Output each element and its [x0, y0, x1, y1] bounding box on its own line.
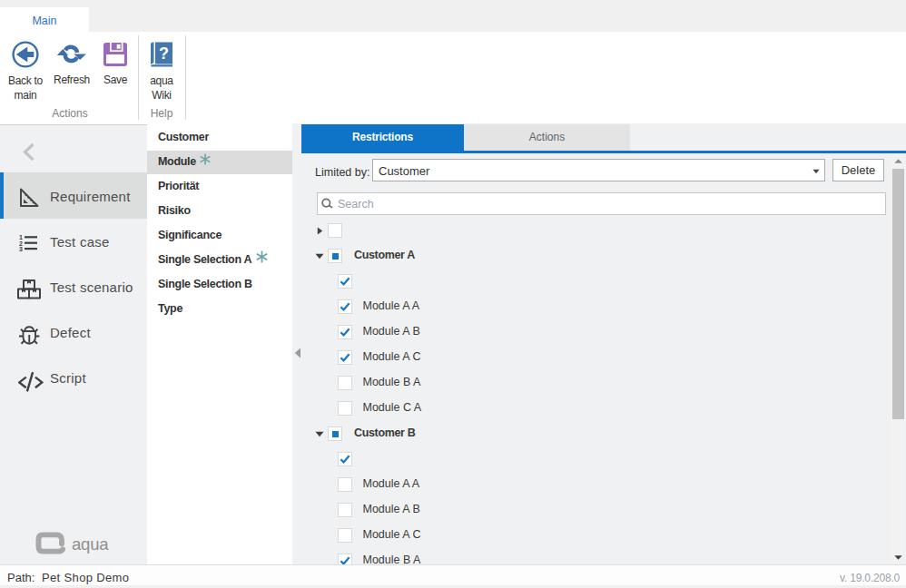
- svg-text:3: 3: [19, 246, 23, 251]
- svg-text:?: ?: [159, 44, 169, 63]
